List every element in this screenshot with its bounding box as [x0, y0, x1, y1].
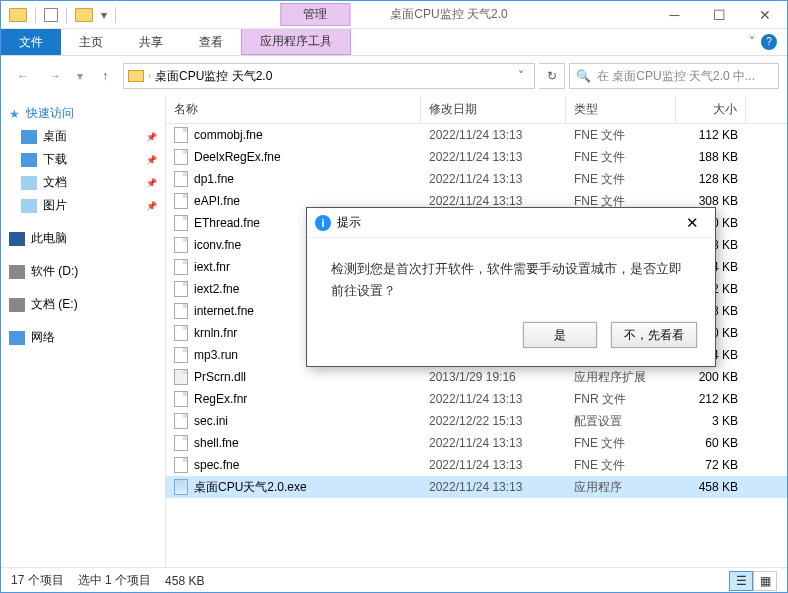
sidebar-drive-e[interactable]: 文档 (E:) [1, 293, 165, 316]
file-icon [174, 369, 188, 385]
pin-icon: 📌 [146, 201, 157, 211]
file-size: 188 KB [676, 150, 746, 164]
file-name: shell.fne [194, 436, 239, 450]
drive-icon [9, 265, 25, 279]
file-row[interactable]: RegEx.fnr2022/11/24 13:13FNR 文件212 KB [166, 388, 787, 410]
star-icon: ★ [9, 107, 20, 121]
file-type: FNE 文件 [566, 171, 676, 188]
info-icon: i [315, 215, 331, 231]
tab-file[interactable]: 文件 [1, 29, 61, 55]
search-input[interactable]: 🔍 在 桌面CPU监控 天气2.0 中... [569, 63, 779, 89]
file-row[interactable]: dp1.fne2022/11/24 13:13FNE 文件128 KB [166, 168, 787, 190]
pin-icon: 📌 [146, 178, 157, 188]
file-icon [174, 281, 188, 297]
maximize-button[interactable]: ☐ [697, 1, 742, 29]
file-name: EThread.fne [194, 216, 260, 230]
file-name: eAPI.fne [194, 194, 240, 208]
help-icon[interactable]: ? [761, 34, 777, 50]
file-size: 112 KB [676, 128, 746, 142]
file-icon [174, 413, 188, 429]
file-date: 2022/11/24 13:13 [421, 458, 566, 472]
col-date[interactable]: 修改日期 [421, 96, 566, 123]
sidebar-this-pc[interactable]: 此电脑 [1, 227, 165, 250]
tab-view[interactable]: 查看 [181, 29, 241, 55]
tab-share[interactable]: 共享 [121, 29, 181, 55]
pin-icon: 📌 [146, 132, 157, 142]
contextual-tools-label: 管理 [280, 3, 350, 26]
file-size: 3 KB [676, 414, 746, 428]
ribbon-tabs: 文件 主页 共享 查看 应用程序工具 ˅ ? [1, 29, 787, 56]
qat-item[interactable] [44, 8, 58, 22]
view-icons-button[interactable]: ▦ [753, 571, 777, 591]
nav-forward-button[interactable]: → [41, 62, 69, 90]
file-type: FNR 文件 [566, 391, 676, 408]
nav-up-button[interactable]: ↑ [91, 62, 119, 90]
file-type: FNE 文件 [566, 435, 676, 452]
file-date: 2022/11/24 13:13 [421, 194, 566, 208]
file-date: 2022/12/22 15:13 [421, 414, 566, 428]
file-date: 2022/11/24 13:13 [421, 150, 566, 164]
file-name: internet.fne [194, 304, 254, 318]
file-name: iconv.fne [194, 238, 241, 252]
breadcrumb[interactable]: 桌面CPU监控 天气2.0 [151, 68, 276, 85]
address-dropdown[interactable]: ˅ [512, 69, 530, 83]
file-date: 2022/11/24 13:13 [421, 436, 566, 450]
sidebar-downloads[interactable]: 下载📌 [1, 148, 165, 171]
col-size[interactable]: 大小 [676, 96, 746, 123]
file-icon [174, 127, 188, 143]
minimize-button[interactable]: ─ [652, 1, 697, 29]
dialog-title: 提示 [337, 214, 361, 231]
navigation-pane: ★ 快速访问 桌面📌 下载📌 文档📌 图片📌 此电脑 软件 (D:) 文档 (E… [1, 96, 166, 567]
download-icon [21, 153, 37, 167]
file-row[interactable]: PrScrn.dll2013/1/29 19:16应用程序扩展200 KB [166, 366, 787, 388]
pin-icon: 📌 [146, 155, 157, 165]
file-row[interactable]: sec.ini2022/12/22 15:13配置设置3 KB [166, 410, 787, 432]
file-type: 应用程序扩展 [566, 369, 676, 386]
file-row[interactable]: DeelxRegEx.fne2022/11/24 13:13FNE 文件188 … [166, 146, 787, 168]
tab-app-tools[interactable]: 应用程序工具 [241, 29, 351, 55]
desktop-icon [21, 130, 37, 144]
file-icon [174, 215, 188, 231]
ribbon-expand-icon[interactable]: ˅ [749, 35, 755, 49]
search-placeholder: 在 桌面CPU监控 天气2.0 中... [597, 68, 755, 85]
file-row[interactable]: commobj.fne2022/11/24 13:13FNE 文件112 KB [166, 124, 787, 146]
address-box[interactable]: › 桌面CPU监控 天气2.0 ˅ [123, 63, 535, 89]
file-type: FNE 文件 [566, 127, 676, 144]
sidebar-documents[interactable]: 文档📌 [1, 171, 165, 194]
dialog-close-button[interactable]: ✕ [677, 214, 707, 232]
nav-history-dropdown[interactable]: ▾ [73, 62, 87, 90]
file-type: FNE 文件 [566, 457, 676, 474]
file-date: 2022/11/24 13:13 [421, 172, 566, 186]
file-name: iext.fnr [194, 260, 230, 274]
file-icon [174, 391, 188, 407]
file-name: commobj.fne [194, 128, 263, 142]
file-row[interactable]: 桌面CPU天气2.0.exe2022/11/24 13:13应用程序458 KB [166, 476, 787, 498]
file-row[interactable]: shell.fne2022/11/24 13:13FNE 文件60 KB [166, 432, 787, 454]
file-name: dp1.fne [194, 172, 234, 186]
file-type: 应用程序 [566, 479, 676, 496]
dialog-yes-button[interactable]: 是 [523, 322, 597, 348]
file-name: iext2.fne [194, 282, 239, 296]
file-size: 212 KB [676, 392, 746, 406]
file-row[interactable]: spec.fne2022/11/24 13:13FNE 文件72 KB [166, 454, 787, 476]
qat-dropdown[interactable]: ▾ [101, 8, 107, 22]
close-button[interactable]: ✕ [742, 1, 787, 29]
col-name[interactable]: 名称 [166, 96, 421, 123]
sidebar-quick-access[interactable]: ★ 快速访问 [1, 102, 165, 125]
sidebar-pictures[interactable]: 图片📌 [1, 194, 165, 217]
sidebar-drive-d[interactable]: 软件 (D:) [1, 260, 165, 283]
nav-back-button[interactable]: ← [9, 62, 37, 90]
file-name: DeelxRegEx.fne [194, 150, 281, 164]
dialog-message: 检测到您是首次打开软件，软件需要手动设置城市，是否立即前往设置？ [307, 238, 715, 312]
view-details-button[interactable]: ☰ [729, 571, 753, 591]
refresh-button[interactable]: ↻ [539, 63, 565, 89]
dialog-no-button[interactable]: 不，先看看 [611, 322, 697, 348]
sidebar-network[interactable]: 网络 [1, 326, 165, 349]
col-type[interactable]: 类型 [566, 96, 676, 123]
folder-icon[interactable] [75, 8, 93, 22]
tab-home[interactable]: 主页 [61, 29, 121, 55]
sidebar-desktop[interactable]: 桌面📌 [1, 125, 165, 148]
pc-icon [9, 232, 25, 246]
file-size: 72 KB [676, 458, 746, 472]
document-icon [21, 176, 37, 190]
